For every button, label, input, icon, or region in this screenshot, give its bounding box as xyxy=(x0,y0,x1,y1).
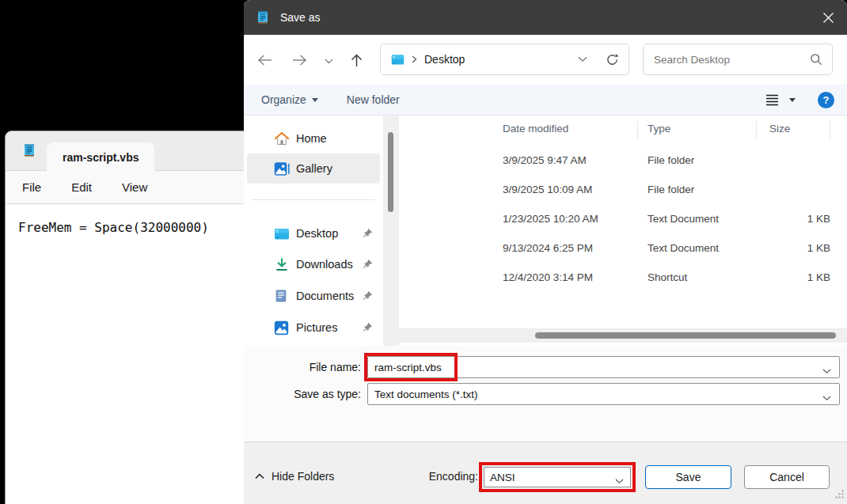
file-row[interactable]: 9/13/2024 6:25 PM Text Document 1 KB xyxy=(399,233,841,263)
file-row[interactable]: 3/9/2025 10:09 AM File folder xyxy=(399,175,841,204)
save-as-type-value: Text documents (*.txt) xyxy=(374,388,478,400)
pin-icon xyxy=(363,228,373,241)
close-icon xyxy=(822,12,834,24)
help-button[interactable]: ? xyxy=(818,92,834,108)
cancel-button[interactable]: Cancel xyxy=(744,465,830,489)
sidebar-scrollbar[interactable] xyxy=(383,116,399,346)
notepad-window: ram-script.vbs File Edit View FreeMem = … xyxy=(5,131,252,504)
hide-folders-button[interactable]: Hide Folders xyxy=(255,467,334,486)
cell-size xyxy=(754,175,830,204)
cell-date-modified: 3/9/2025 10:09 AM xyxy=(503,175,592,204)
cell-date-modified: 1/23/2025 10:20 AM xyxy=(503,204,598,233)
column-header-date-modified[interactable]: Date modified xyxy=(503,123,568,135)
sidebar-item-gallery[interactable]: Gallery xyxy=(247,153,380,184)
search-input[interactable]: Search Desktop xyxy=(643,44,833,75)
back-button[interactable] xyxy=(253,53,275,67)
cancel-button-label: Cancel xyxy=(769,471,804,483)
desktop-background: ram-script.vbs File Edit View FreeMem = … xyxy=(0,0,847,504)
save-button[interactable]: Save xyxy=(645,465,731,489)
file-row[interactable]: 12/4/2020 3:14 PM Shortcut 1 KB xyxy=(399,263,841,292)
forward-button[interactable] xyxy=(288,53,310,67)
notepad-icon xyxy=(22,143,36,157)
notepad-tab-title: ram-script.vbs xyxy=(63,151,139,164)
organize-button[interactable]: Organize xyxy=(261,93,318,106)
save-as-dialog: Save as xyxy=(244,0,847,504)
sidebar-item-documents[interactable]: Documents xyxy=(247,281,380,311)
file-row[interactable]: 1/23/2025 10:20 AM Text Document 1 KB xyxy=(399,204,841,233)
view-options-caret-icon[interactable] xyxy=(789,98,796,102)
sidebar-item-label: Desktop xyxy=(296,227,338,240)
forward-arrow-icon xyxy=(292,54,307,66)
save-as-type-select[interactable]: Text documents (*.txt) xyxy=(367,383,840,405)
encoding-value: ANSI xyxy=(490,472,515,483)
sidebar-scrollbar-thumb[interactable] xyxy=(388,132,393,212)
sidebar-separator xyxy=(252,199,375,200)
save-button-label: Save xyxy=(676,471,701,483)
notepad-icon xyxy=(256,10,270,25)
search-icon xyxy=(810,53,822,66)
dialog-footer: Hide Folders Encoding: ANSI Save Cancel xyxy=(244,441,847,504)
breadcrumb-segment-desktop[interactable]: Desktop xyxy=(424,53,465,66)
notepad-editor[interactable]: FreeMem = Space(32000000) xyxy=(6,204,251,503)
chevron-down-icon[interactable] xyxy=(822,365,831,377)
refresh-icon[interactable] xyxy=(606,53,619,66)
pin-icon xyxy=(363,290,373,303)
sidebar-item-home[interactable]: Home xyxy=(247,123,380,153)
notepad-tab[interactable]: ram-script.vbs xyxy=(47,142,154,172)
cell-size: 1 KB xyxy=(754,263,830,292)
dialog-title: Save as xyxy=(280,11,321,24)
close-button[interactable] xyxy=(809,0,847,35)
back-arrow-icon xyxy=(257,54,272,66)
desktop-mini-icon xyxy=(391,53,405,66)
view-options-button[interactable] xyxy=(765,94,780,106)
toolbar-right-group: ? xyxy=(765,92,834,108)
address-dropdown-chevron-icon[interactable] xyxy=(578,56,587,63)
menu-view[interactable]: View xyxy=(122,180,147,194)
new-folder-label: New folder xyxy=(347,93,400,106)
chevron-up-icon xyxy=(255,473,264,479)
dialog-main-area: Home Gallery xyxy=(244,116,847,346)
pin-icon xyxy=(363,322,373,335)
sidebar-item-desktop[interactable]: Desktop xyxy=(247,218,380,248)
sidebar-item-label: Downloads xyxy=(296,258,353,271)
file-name-value: ram-script.vbs xyxy=(374,362,442,373)
cell-type: File folder xyxy=(648,175,694,204)
cell-type: Shortcut xyxy=(648,263,687,292)
new-folder-button[interactable]: New folder xyxy=(347,93,400,106)
chevron-down-icon[interactable] xyxy=(615,475,624,487)
pin-icon xyxy=(363,259,373,271)
cell-date-modified: 3/9/2025 9:47 AM xyxy=(503,146,587,175)
cell-type: Text Document xyxy=(648,233,719,263)
pictures-icon xyxy=(274,320,290,335)
navigation-bar: Desktop Search Desktop xyxy=(244,35,847,85)
sidebar-item-label: Pictures xyxy=(296,321,337,334)
hide-folders-label: Hide Folders xyxy=(272,470,334,483)
chevron-down-icon[interactable] xyxy=(822,392,831,404)
recent-locations-button[interactable] xyxy=(323,58,334,64)
encoding-select[interactable]: ANSI xyxy=(484,467,631,487)
column-header-type[interactable]: Type xyxy=(648,123,670,135)
sidebar-item-label: Documents xyxy=(296,290,354,302)
cell-date-modified: 12/4/2020 3:14 PM xyxy=(503,263,593,292)
dialog-title-bar: Save as xyxy=(244,0,847,35)
menu-file[interactable]: File xyxy=(22,180,41,194)
horizontal-scrollbar-thumb[interactable] xyxy=(535,332,836,339)
search-placeholder: Search Desktop xyxy=(654,54,730,66)
column-header-size[interactable]: Size xyxy=(769,123,790,135)
save-as-type-label: Save as type: xyxy=(244,383,361,405)
cell-size: 1 KB xyxy=(754,233,830,263)
sidebar-item-label: Gallery xyxy=(296,162,332,175)
cell-date-modified: 9/13/2024 6:25 PM xyxy=(503,233,593,263)
file-name-input[interactable]: ram-script.vbs xyxy=(367,356,840,378)
sidebar-item-pictures[interactable]: Pictures xyxy=(247,313,380,343)
menu-edit[interactable]: Edit xyxy=(71,180,92,194)
up-button[interactable] xyxy=(348,52,365,68)
cell-type: File folder xyxy=(648,146,694,175)
file-row[interactable]: 3/9/2025 9:47 AM File folder xyxy=(399,146,841,175)
downloads-icon xyxy=(274,256,290,272)
resize-grip-icon[interactable] xyxy=(835,488,844,501)
dialog-toolbar: Organize New folder ? xyxy=(244,85,847,116)
file-list-horizontal-scrollbar[interactable] xyxy=(399,328,847,343)
address-bar[interactable]: Desktop xyxy=(380,44,629,75)
sidebar-item-downloads[interactable]: Downloads xyxy=(247,249,380,279)
